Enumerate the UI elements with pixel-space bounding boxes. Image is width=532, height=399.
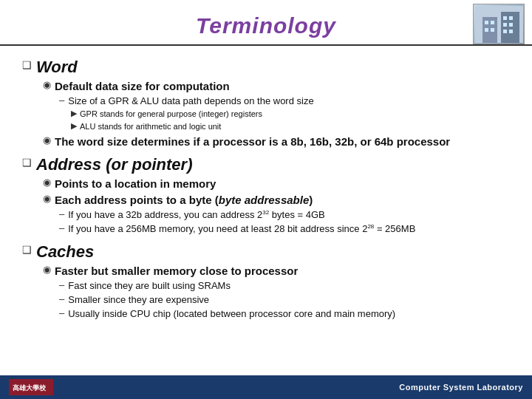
arrow-marker-2: ▶ (71, 121, 77, 131)
caches-dash-1-text: Fast since they are built using SRAMs (68, 279, 231, 293)
svg-text:高雄大學校: 高雄大學校 (13, 383, 47, 392)
address-bullet-1: ◉ Points to a location in memory (43, 176, 510, 191)
q-marker-caches: ❑ (22, 244, 32, 256)
word-arrow-section: ▶ GPR stands for general purpose (intege… (71, 109, 510, 132)
caches-bullets: ◉ Faster but smaller memory close to pro… (43, 263, 510, 321)
word-bullets: ◉ Default data size for computation – Si… (43, 78, 510, 149)
slide-title: Terminology (15, 13, 517, 38)
caches-bullet-1: ◉ Faster but smaller memory close to pro… (43, 263, 510, 279)
svg-rect-7 (503, 16, 507, 20)
caches-bullet-1-text: Faster but smaller memory close to proce… (55, 263, 298, 279)
word-arrow-1: ▶ GPR stands for general purpose (intege… (71, 109, 510, 120)
address-bullet-2-text: Each address points to a byte (byte addr… (55, 192, 313, 208)
address-dash-1: – If you have a 32b address, you can add… (59, 208, 510, 222)
word-arrow-1-text: GPR stands for general purpose (integer)… (80, 109, 262, 120)
word-label: Word (36, 58, 78, 77)
section-caches: ❑ Caches (22, 242, 510, 262)
dash-marker-4: – (59, 279, 64, 290)
q-marker-word: ❑ (22, 59, 32, 71)
dash-marker-6: – (59, 307, 64, 318)
caches-dash-1: – Fast since they are built using SRAMs (59, 279, 510, 293)
svg-rect-5 (485, 28, 488, 32)
section-word: ❑ Word (22, 58, 510, 77)
word-dash-1-text: Size of a GPR & ALU data path depends on… (68, 95, 313, 108)
content: ❑ Word ◉ Default data size for computati… (0, 46, 532, 326)
footer: 高雄大學校 Computer System Laboratory (0, 375, 532, 399)
header: Terminology (0, 0, 532, 46)
circle-marker-5: ◉ (43, 264, 51, 275)
word-dash-section: – Size of a GPR & ALU data path depends … (59, 95, 510, 132)
address-bullet-2: ◉ Each address points to a byte (byte ad… (43, 192, 510, 208)
circle-marker-1: ◉ (43, 79, 51, 90)
address-bullet-1-text: Points to a location in memory (55, 176, 216, 191)
svg-rect-10 (509, 23, 513, 27)
dash-marker-5: – (59, 293, 64, 304)
svg-rect-6 (491, 28, 494, 32)
word-arrow-2: ▶ ALU stands for arithmetic and logic un… (71, 121, 510, 132)
caches-dash-section: – Fast since they are built using SRAMs … (59, 279, 510, 321)
circle-marker-4: ◉ (43, 193, 51, 204)
caches-label: Caches (36, 242, 94, 262)
caches-dash-2-text: Smaller since they are expensive (68, 293, 209, 307)
circle-marker-3: ◉ (43, 177, 51, 188)
footer-lab-text: Computer System Laboratory (399, 383, 523, 392)
svg-rect-11 (503, 30, 507, 33)
q-marker-address: ❑ (22, 157, 32, 168)
section-address: ❑ Address (or pointer) (22, 155, 510, 174)
circle-marker-2: ◉ (43, 134, 51, 146)
svg-rect-8 (509, 16, 513, 20)
dash-marker-1: – (59, 95, 64, 106)
dash-marker-3: – (59, 222, 64, 233)
footer-logo: 高雄大學校 (9, 379, 53, 395)
word-bullet-1: ◉ Default data size for computation (43, 78, 510, 94)
building-image (473, 4, 525, 44)
address-dash-1-text: If you have a 32b address, you can addre… (68, 208, 324, 222)
address-dash-2: – If you have a 256MB memory, you need a… (59, 222, 510, 236)
address-bullets: ◉ Points to a location in memory ◉ Each … (43, 176, 510, 236)
address-label: Address (or pointer) (36, 155, 192, 174)
svg-rect-4 (491, 21, 494, 24)
word-bullet-2-text: The word size determines if a processor … (55, 134, 450, 149)
caches-dash-2: – Smaller since they are expensive (59, 293, 510, 307)
caches-dash-3-text: Usually inside CPU chip (located between… (68, 307, 395, 321)
svg-rect-12 (509, 30, 513, 33)
footer-left: 高雄大學校 (9, 379, 53, 395)
arrow-marker-1: ▶ (71, 109, 77, 118)
svg-rect-9 (503, 23, 507, 27)
address-dash-section: – If you have a 32b address, you can add… (59, 208, 510, 236)
caches-dash-3: – Usually inside CPU chip (located betwe… (59, 307, 510, 321)
svg-rect-3 (485, 21, 488, 24)
word-bullet-1-text: Default data size for computation (55, 78, 230, 94)
dash-marker-2: – (59, 208, 64, 219)
address-dash-2-text: If you have a 256MB memory, you need at … (68, 222, 415, 236)
slide: Terminology ❑ Word (0, 0, 532, 399)
word-arrow-2-text: ALU stands for arithmetic and logic unit (80, 121, 221, 132)
word-bullet-2: ◉ The word size determines if a processo… (43, 134, 510, 149)
word-dash-1: – Size of a GPR & ALU data path depends … (59, 95, 510, 108)
